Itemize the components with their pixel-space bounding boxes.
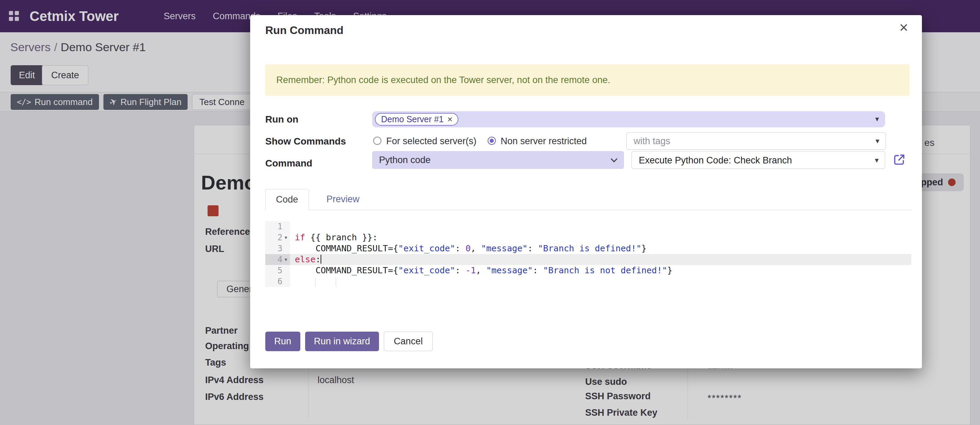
run-on-field[interactable]: Demo Server #1 ✕ ▾ (372, 111, 885, 127)
label-command: Command (265, 158, 312, 169)
editor-gutter-cell: 2▾ (265, 232, 290, 243)
editor-gutter-cell: 6 (265, 276, 290, 287)
radio-for-selected-servers[interactable] (373, 136, 382, 145)
radio-label-for-selected-servers[interactable]: For selected server(s) (386, 136, 477, 147)
editor-line-4[interactable]: 4▾else: (265, 254, 911, 265)
editor-gutter-cell: 4▾ (265, 254, 290, 265)
chevron-down-icon[interactable]: ▾ (875, 115, 879, 124)
modal-footer: Run Run in wizard Cancel (265, 331, 433, 351)
editor-gutter-cell: 3 (265, 243, 290, 254)
editor-tabbar: Code Preview (265, 189, 911, 210)
command-type-value: Python code (372, 151, 624, 169)
command-type-select[interactable]: Python code (372, 151, 624, 169)
fold-arrow-icon[interactable]: ▾ (282, 257, 290, 263)
editor-line-2[interactable]: 2▾if {{ branch }}: (265, 232, 911, 243)
screen: Cetmix Tower Servers Commands Files Tool… (0, 0, 980, 425)
text-cursor (321, 255, 321, 264)
label-run-on: Run on (265, 114, 298, 125)
editor-line-5[interactable]: 5 COMMAND_RESULT={"exit_code": -1, "mess… (265, 265, 911, 276)
editor-line-1[interactable]: 1 (265, 221, 911, 232)
tag-remove-icon[interactable]: ✕ (447, 115, 453, 124)
server-tag-pill: Demo Server #1 ✕ (375, 113, 458, 126)
chevron-down-icon: ▾ (875, 156, 879, 165)
alert-text: Remember: Python code is executed on the… (265, 64, 910, 96)
server-tag-label: Demo Server #1 (381, 114, 444, 124)
run-in-wizard-button[interactable]: Run in wizard (305, 331, 379, 351)
command-select[interactable]: Execute Python Code: Check Branch ▾ (632, 151, 885, 169)
modal-title: Run Command (265, 24, 344, 37)
with-tags-dropdown[interactable]: with tags ▾ (627, 132, 886, 150)
cancel-button[interactable]: Cancel (384, 331, 433, 351)
editor-line-3[interactable]: 3 COMMAND_RESULT={"exit_code": 0, "messa… (265, 243, 911, 254)
chevron-down-icon: ▾ (875, 136, 879, 146)
label-show-commands: Show Commands (265, 136, 346, 147)
with-tags-placeholder: with tags (627, 133, 886, 150)
run-button[interactable]: Run (265, 331, 300, 351)
editor-gutter-cell: 5 (265, 265, 290, 276)
radio-label-non-server-restricted[interactable]: Non server restricted (501, 136, 587, 147)
tab-code[interactable]: Code (265, 189, 309, 210)
editor-line-6[interactable]: 6 (265, 276, 911, 287)
command-select-value: Execute Python Code: Check Branch (632, 151, 885, 169)
editor-gutter-cell: 1 (265, 221, 290, 232)
python-warning-alert: Remember: Python code is executed on the… (265, 64, 910, 96)
run-command-modal: Run Command × Remember: Python code is e… (250, 15, 922, 368)
close-icon[interactable]: × (899, 20, 908, 35)
radio-non-server-restricted[interactable] (488, 136, 496, 145)
fold-arrow-icon[interactable]: ▾ (282, 235, 290, 241)
tab-preview[interactable]: Preview (316, 189, 370, 210)
code-editor[interactable]: 12▾if {{ branch }}:3 COMMAND_RESULT={"ex… (265, 221, 911, 287)
external-link-icon[interactable] (892, 152, 907, 167)
